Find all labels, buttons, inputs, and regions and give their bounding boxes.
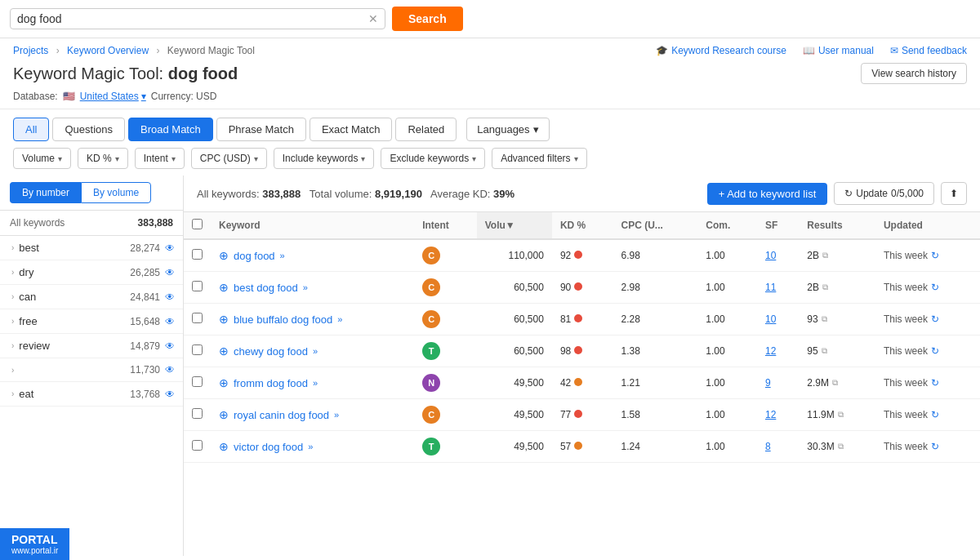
filter-advanced[interactable]: Advanced filters ▾ [492,148,586,169]
tab-questions[interactable]: Questions [52,118,125,141]
keyword-expand-icon[interactable]: » [308,442,313,451]
add-keyword-icon[interactable]: ⊕ [219,313,229,326]
row-checkbox[interactable] [192,408,203,419]
header-kd[interactable]: KD % [552,212,613,239]
keyword-research-link[interactable]: 🎓 Keyword Research course [656,45,786,56]
eye-icon[interactable]: 👁 [165,267,175,278]
sf-link[interactable]: 11 [765,282,776,293]
external-link-icon[interactable]: ⧉ [822,346,827,356]
user-manual-link[interactable]: 📖 User manual [803,45,874,56]
external-link-icon[interactable]: ⧉ [822,314,827,324]
external-link-icon[interactable]: ⧉ [832,378,838,388]
search-input[interactable] [17,12,365,25]
keyword-link[interactable]: best dog food [234,282,298,294]
eye-icon[interactable]: 👁 [165,291,175,303]
tab-broad-match[interactable]: Broad Match [128,118,213,141]
refresh-icon[interactable]: ↻ [931,345,939,357]
row-checkbox[interactable] [192,281,203,291]
refresh-icon[interactable]: ↻ [931,313,939,325]
filter-kd[interactable]: KD % ▾ [78,148,128,169]
filter-volume[interactable]: Volume ▾ [13,148,71,169]
tab-related[interactable]: Related [395,118,457,141]
external-link-icon[interactable]: ⧉ [822,282,828,292]
row-checkbox[interactable] [192,249,203,260]
sf-link[interactable]: 12 [765,345,776,357]
keyword-expand-icon[interactable]: » [303,282,308,292]
toggle-by-volume[interactable]: By volume [81,182,151,203]
eye-icon[interactable]: 👁 [165,242,175,254]
add-keyword-icon[interactable]: ⊕ [219,249,229,262]
external-link-icon[interactable]: ⧉ [822,251,828,260]
header-results[interactable]: Results [799,212,875,239]
add-keyword-icon[interactable]: ⊕ [219,408,229,421]
list-item[interactable]: › free 15,648 👁 [0,309,183,334]
database-country-link[interactable]: United States ▾ [80,91,146,102]
header-cpc[interactable]: CPC (U... [613,212,698,239]
row-checkbox[interactable] [192,376,203,387]
keyword-expand-icon[interactable]: » [280,251,285,260]
sf-link[interactable]: 9 [765,377,771,389]
add-keyword-icon[interactable]: ⊕ [219,344,229,358]
external-link-icon[interactable]: ⧉ [838,410,844,420]
list-item[interactable]: › dry 26,285 👁 [0,260,183,285]
export-button[interactable]: ⬆ [941,182,967,205]
header-keyword[interactable]: Keyword [211,212,414,239]
tab-exact-match[interactable]: Exact Match [310,118,393,141]
update-button[interactable]: ↻ Update 0/5,000 [834,182,934,205]
select-all-checkbox[interactable] [192,219,203,229]
keyword-expand-icon[interactable]: » [334,410,339,420]
eye-icon[interactable]: 👁 [165,364,175,376]
tab-all[interactable]: All [13,118,49,141]
keyword-link[interactable]: blue buffalo dog food [234,313,332,326]
search-button[interactable]: Search [392,7,463,31]
keyword-expand-icon[interactable]: » [313,346,318,356]
eye-icon[interactable]: 👁 [165,340,175,352]
keyword-link[interactable]: chewy dog food [234,345,308,358]
refresh-icon[interactable]: ↻ [931,377,939,389]
sf-link[interactable]: 12 [765,409,776,420]
external-link-icon[interactable]: ⧉ [838,442,844,451]
header-sf[interactable]: SF [757,212,799,239]
eye-icon[interactable]: 👁 [165,389,175,400]
filter-include-keywords[interactable]: Include keywords ▾ [274,148,375,169]
list-item[interactable]: › 11,730 👁 [0,358,183,382]
eye-icon[interactable]: 👁 [165,316,175,327]
languages-button[interactable]: Languages ▾ [466,118,549,141]
row-checkbox[interactable] [192,313,203,323]
filter-exclude-keywords[interactable]: Exclude keywords ▾ [381,148,485,169]
header-updated[interactable]: Updated [875,212,980,239]
add-keyword-icon[interactable]: ⊕ [219,281,229,294]
keyword-expand-icon[interactable]: » [337,314,342,324]
list-item[interactable]: › eat 13,768 👁 [0,382,183,407]
add-keyword-icon[interactable]: ⊕ [219,376,229,389]
send-feedback-link[interactable]: ✉ Send feedback [890,45,967,56]
keyword-expand-icon[interactable]: » [313,378,318,388]
header-intent[interactable]: Intent [414,212,477,239]
keyword-link[interactable]: fromm dog food [234,377,308,389]
add-keyword-icon[interactable]: ⊕ [219,440,229,453]
list-item[interactable]: › can 24,841 👁 [0,285,183,309]
refresh-icon[interactable]: ↻ [931,250,939,261]
header-volume[interactable]: Volu▼ [477,212,552,239]
filter-intent[interactable]: Intent ▾ [135,148,185,169]
toggle-by-number[interactable]: By number [10,182,81,203]
filter-cpc[interactable]: CPC (USD) ▾ [191,148,267,169]
tab-phrase-match[interactable]: Phrase Match [216,118,306,141]
keyword-link[interactable]: royal canin dog food [234,409,329,421]
breadcrumb-projects[interactable]: Projects [13,45,48,56]
header-com[interactable]: Com. [697,212,757,239]
breadcrumb-keyword-overview[interactable]: Keyword Overview [67,45,149,56]
refresh-icon[interactable]: ↻ [931,441,939,452]
sf-link[interactable]: 10 [765,250,776,261]
add-to-keyword-list-button[interactable]: + Add to keyword list [707,183,828,205]
list-item[interactable]: › best 28,274 👁 [0,236,183,260]
keyword-link[interactable]: dog food [234,250,275,262]
row-checkbox[interactable] [192,344,203,355]
clear-icon[interactable]: ✕ [368,12,378,25]
list-item[interactable]: › review 14,879 👁 [0,334,183,358]
view-history-button[interactable]: View search history [861,63,967,84]
refresh-icon[interactable]: ↻ [931,282,939,293]
sf-link[interactable]: 8 [765,441,771,452]
row-checkbox[interactable] [192,440,203,451]
keyword-link[interactable]: victor dog food [234,441,303,453]
